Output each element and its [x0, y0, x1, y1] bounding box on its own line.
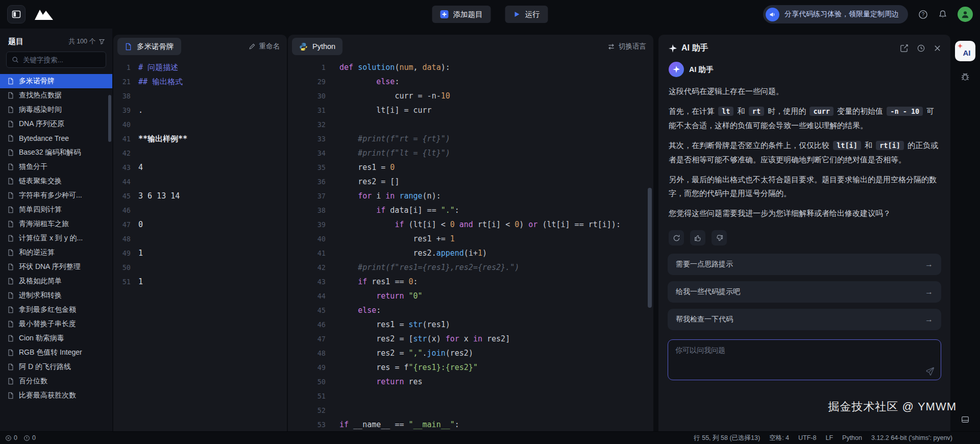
document-icon: [7, 363, 14, 371]
code-editor[interactable]: 1def solution(num, data):29 else:30 curr…: [288, 58, 653, 431]
warnings-indicator[interactable]: 0: [23, 434, 36, 441]
run-button[interactable]: 运行: [505, 6, 548, 23]
arrow-right-icon: →: [925, 287, 933, 297]
sidebar-item-label: RGB 色值转 Integer: [19, 348, 82, 357]
promo-banner[interactable]: 分享代码练习体验，领限量定制周边: [763, 5, 908, 23]
problem-tab[interactable]: 多米诺骨牌: [117, 38, 181, 55]
sidebar-item[interactable]: 环状 DNA 序列整理: [0, 260, 112, 274]
line-content: else:: [339, 75, 399, 89]
ai-message-paragraph: 另外，最后的输出格式也不太符合题目要求。题目要求输出的是用空格分隔的数字，而您的…: [669, 172, 940, 200]
editor-line: 1def solution(num, data):: [288, 60, 653, 75]
language-tab[interactable]: Python: [292, 38, 342, 55]
sidebar-item[interactable]: 青海湖租车之旅: [0, 217, 112, 231]
editor-line: 30 curr = -n-10: [288, 89, 653, 103]
editor-line: 32: [288, 117, 653, 132]
line-number: 29: [288, 75, 326, 89]
switch-language-button[interactable]: 切换语言: [607, 42, 646, 51]
line-content: res2 = []: [339, 175, 399, 189]
rename-button[interactable]: 重命名: [249, 42, 280, 51]
bell-icon[interactable]: [938, 10, 947, 19]
editor-scrollbar[interactable]: [648, 188, 652, 308]
sidebar-item[interactable]: 及格如此简单: [0, 274, 112, 288]
sidebar-item[interactable]: 阿 D 的飞行路线: [0, 360, 112, 374]
line-content: if data[i] == ".":: [339, 203, 459, 217]
sidebar-item[interactable]: Cion 勒索病毒: [0, 331, 112, 346]
user-avatar[interactable]: [958, 7, 973, 22]
editor-line: 40 res1 += 1: [288, 232, 653, 246]
thumb-up-icon[interactable]: [690, 230, 705, 245]
sidebar-item[interactable]: 字符串有多少种可...: [0, 188, 112, 203]
python-icon: [299, 42, 308, 51]
document-icon: [7, 106, 14, 113]
sidebar-item[interactable]: 猫鱼分干: [0, 160, 112, 174]
sidebar-item[interactable]: Bytedance Tree: [0, 131, 112, 145]
inline-code-chip: lt[i]: [833, 141, 861, 150]
sidebar-item[interactable]: 拿到最多红包金额: [0, 303, 112, 317]
line-content: return "0": [339, 289, 423, 303]
ai-suggestion-button[interactable]: 需要一点思路提示→: [668, 254, 941, 275]
problem-editor[interactable]: 1# 问题描述21## 输出格式3839.4041**输出样例**4243444…: [113, 58, 287, 431]
promo-banner-label: 分享代码练习体验，领限量定制周边: [785, 10, 899, 19]
ai-assistant-name: AI 助手: [689, 65, 714, 75]
encoding-setting[interactable]: UTF-8: [798, 434, 816, 441]
sidebar-item[interactable]: 比赛最高获胜次数: [0, 388, 112, 403]
filter-icon[interactable]: [99, 38, 105, 45]
sidebar-item[interactable]: 百分位数: [0, 374, 112, 388]
line-number: 38: [288, 203, 326, 217]
sidebar-item[interactable]: 链表聚集交换: [0, 174, 112, 188]
inline-code-chip: rt: [749, 107, 764, 116]
history-icon[interactable]: [917, 44, 925, 53]
sidebar-item[interactable]: 进制求和转换: [0, 288, 112, 303]
line-number: 1: [288, 60, 326, 75]
ai-assistant-panel: AI 助手 AI 助手 这段代码在逻辑上存在一些问题。首先，在计算 lt 和 r…: [658, 35, 950, 431]
add-problem-button[interactable]: 添加题目: [432, 6, 491, 23]
eol-setting[interactable]: LF: [825, 434, 833, 441]
ai-input-box[interactable]: [668, 339, 941, 380]
cursor-position[interactable]: 行 55, 列 58 (已选择13): [694, 434, 760, 442]
regenerate-icon[interactable]: [669, 230, 684, 245]
sidebar-scrollbar[interactable]: [108, 95, 111, 142]
search-input[interactable]: [23, 56, 101, 64]
sidebar-toggle-icon[interactable]: [7, 5, 26, 23]
panel-layout-icon[interactable]: [961, 415, 970, 424]
sidebar-item[interactable]: 简单四则计算: [0, 203, 112, 217]
sidebar-item[interactable]: 最小替换子串长度: [0, 317, 112, 331]
share-icon[interactable]: [900, 44, 909, 53]
interpreter-info[interactable]: 3.12.2 64-bit ('shims': pyenv): [871, 434, 952, 441]
sidebar-item-label: Base32 编码和解码: [19, 148, 81, 157]
sidebar-item[interactable]: Base32 编码和解码: [0, 145, 112, 160]
sidebar-item[interactable]: 计算位置 x 到 y 的...: [0, 231, 112, 245]
errors-indicator[interactable]: 0: [5, 434, 17, 441]
sidebar-item[interactable]: 病毒感染时间: [0, 103, 112, 117]
ai-suggestions: 需要一点思路提示→给我一些代码提示吧→帮我检查一下代码→: [658, 245, 950, 336]
document-icon: [7, 120, 14, 128]
document-icon: [7, 392, 14, 399]
document-icon: [7, 263, 14, 270]
sidebar-item-label: 拿到最多红包金额: [19, 305, 76, 314]
editor-line: 36 res2 = []: [288, 175, 653, 189]
indentation-setting[interactable]: 空格: 4: [769, 434, 789, 442]
editor-line: 46: [113, 203, 287, 217]
sidebar-item[interactable]: 和的逆运算: [0, 245, 112, 260]
bug-icon[interactable]: [960, 71, 970, 82]
ai-suggestion-button[interactable]: 帮我检查一下代码→: [668, 309, 941, 330]
editor-line: 29 else:: [288, 75, 653, 89]
send-icon[interactable]: [925, 366, 935, 376]
sidebar-item[interactable]: DNA 序列还原: [0, 117, 112, 131]
sidebar-item[interactable]: 多米诺骨牌: [0, 74, 112, 88]
line-content: if __name__ == "__main__":: [339, 417, 459, 431]
help-icon[interactable]: ?: [918, 10, 928, 19]
line-content: res1 = str(res1): [339, 317, 450, 332]
sidebar-item[interactable]: RGB 色值转 Integer: [0, 346, 112, 360]
ai-input-textarea[interactable]: [668, 340, 941, 380]
search-box[interactable]: [6, 52, 106, 68]
ai-fab-button[interactable]: AI: [955, 41, 975, 61]
line-number: 45: [113, 189, 131, 203]
ai-suggestion-button[interactable]: 给我一些代码提示吧→: [668, 281, 941, 303]
thumb-down-icon[interactable]: [712, 230, 727, 245]
line-number: 53: [288, 417, 326, 431]
sidebar-item-label: 猫鱼分干: [19, 162, 47, 171]
sidebar-item[interactable]: 查找热点数据: [0, 88, 112, 103]
language-mode[interactable]: Python: [842, 434, 862, 441]
close-icon[interactable]: [934, 44, 941, 53]
